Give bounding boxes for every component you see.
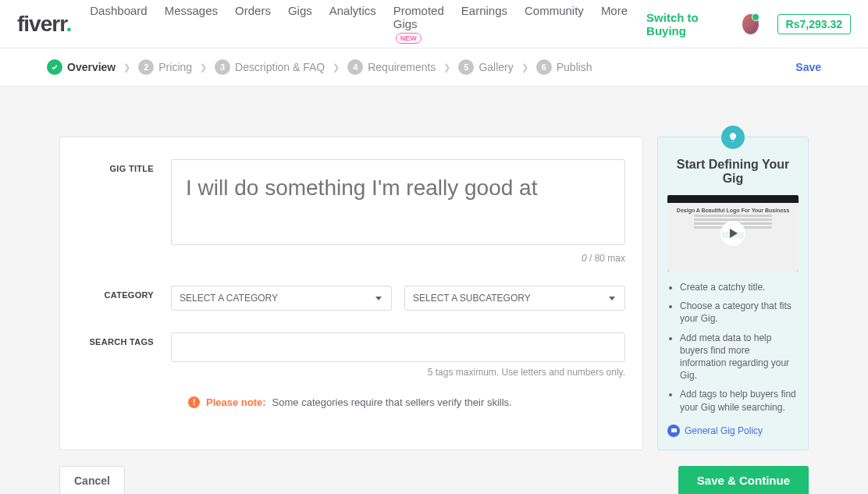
chevron-right-icon: ❯	[521, 62, 528, 73]
form-actions: Cancel Save & Continue	[59, 466, 809, 494]
logo[interactable]: fiverr.	[17, 12, 71, 37]
subcategory-select[interactable]: SELECT A SUBCATEGORY	[404, 286, 625, 311]
chevron-right-icon: ❯	[123, 62, 130, 73]
switch-to-buying-link[interactable]: Switch to Buying	[646, 11, 723, 37]
step-requirements[interactable]: 4 Requirements	[347, 59, 436, 75]
check-icon	[47, 59, 62, 75]
step-num: 6	[536, 59, 552, 75]
char-counter: 0 / 80 max	[171, 253, 625, 264]
step-num: 2	[138, 59, 154, 75]
tip-item: Add meta data to help buyers find more i…	[680, 332, 799, 382]
step-label: Overview	[67, 61, 116, 73]
step-num: 3	[215, 59, 230, 75]
nav-gigs[interactable]: Gigs	[288, 4, 312, 44]
nav-earnings[interactable]: Earnings	[461, 4, 507, 44]
please-note-row: ! Please note: Some categories require t…	[188, 396, 625, 408]
nav-orders[interactable]: Orders	[235, 4, 271, 44]
save-continue-button[interactable]: Save & Continue	[678, 466, 809, 494]
step-pricing[interactable]: 2 Pricing	[138, 59, 192, 75]
tags-hint: 5 tags maximum. Use letters and numbers …	[171, 367, 625, 378]
step-label: Gallery	[478, 61, 513, 73]
tips-list: Create a catchy title. Choose a category…	[667, 281, 799, 414]
nav-dashboard[interactable]: Dashboard	[90, 4, 147, 44]
chevron-right-icon: ❯	[443, 62, 450, 73]
note-label: Please note:	[206, 396, 266, 408]
step-overview[interactable]: Overview	[47, 59, 116, 75]
nav-messages[interactable]: Messages	[165, 4, 218, 44]
step-gallery[interactable]: 5 Gallery	[458, 59, 513, 75]
step-label: Requirements	[368, 61, 436, 73]
chevron-right-icon: ❯	[333, 62, 340, 73]
chevron-right-icon: ❯	[200, 62, 207, 73]
nav-promoted[interactable]: Promoted GigsNEW	[393, 4, 444, 44]
sidebar-title: Start Defining Your Gig	[667, 158, 799, 186]
step-description[interactable]: 3 Description & FAQ	[215, 59, 325, 75]
policy-link: General Gig Policy	[685, 425, 763, 436]
cancel-button[interactable]: Cancel	[59, 466, 125, 494]
nav-community[interactable]: Community	[525, 4, 584, 44]
step-label: Description & FAQ	[235, 61, 325, 73]
tip-item: Add tags to help buyers find your Gig wh…	[680, 388, 799, 413]
nav-promoted-label: Promoted Gigs	[393, 4, 444, 30]
category-select[interactable]: SELECT A CATEGORY	[171, 286, 392, 311]
logo-text: fiverr	[17, 12, 66, 36]
step-publish[interactable]: 6 Publish	[536, 59, 592, 75]
tip-item: Choose a category that fits your Gig.	[680, 300, 799, 325]
nav-analytics[interactable]: Analytics	[329, 4, 376, 44]
policy-link-row[interactable]: General Gig Policy	[667, 425, 799, 437]
step-num: 5	[458, 59, 474, 75]
camera-icon	[667, 425, 680, 437]
category-label: CATEGORY	[77, 286, 171, 311]
step-label: Pricing	[158, 61, 192, 73]
tags-label: SEARCH TAGS	[77, 332, 171, 378]
note-text: Some categories require that sellers ver…	[272, 396, 512, 408]
gig-title-input[interactable]	[171, 159, 625, 245]
balance-badge[interactable]: Rs7,293.32	[777, 14, 851, 34]
step-label: Publish	[557, 61, 592, 73]
play-icon	[720, 221, 745, 246]
top-nav: Dashboard Messages Orders Gigs Analytics…	[90, 4, 628, 44]
nav-more[interactable]: More	[601, 4, 628, 44]
save-link[interactable]: Save	[795, 61, 821, 73]
logo-dot: .	[66, 12, 72, 36]
gig-form-card: GIG TITLE 0 / 80 max CATEGORY SELECT A C…	[59, 137, 643, 450]
main-header: fiverr. Dashboard Messages Orders Gigs A…	[0, 0, 868, 48]
tip-item: Create a catchy title.	[680, 281, 799, 293]
page-content: GIG TITLE 0 / 80 max CATEGORY SELECT A C…	[0, 87, 868, 494]
new-badge: NEW	[396, 33, 422, 44]
tutorial-video-thumb[interactable]: Design A Beautiful Logo For Your Busines…	[667, 195, 799, 272]
warning-icon: !	[188, 396, 200, 408]
thumb-heading: Design A Beautiful Logo For Your Busines…	[672, 208, 794, 213]
avatar[interactable]	[742, 14, 759, 34]
step-num: 4	[347, 59, 363, 75]
search-tags-input[interactable]	[171, 332, 625, 362]
tips-sidebar: Start Defining Your Gig Design A Beautif…	[657, 137, 809, 450]
steps-bar: Overview ❯ 2 Pricing ❯ 3 Description & F…	[0, 48, 868, 87]
lightbulb-icon	[721, 126, 745, 149]
gig-title-label: GIG TITLE	[77, 159, 171, 264]
